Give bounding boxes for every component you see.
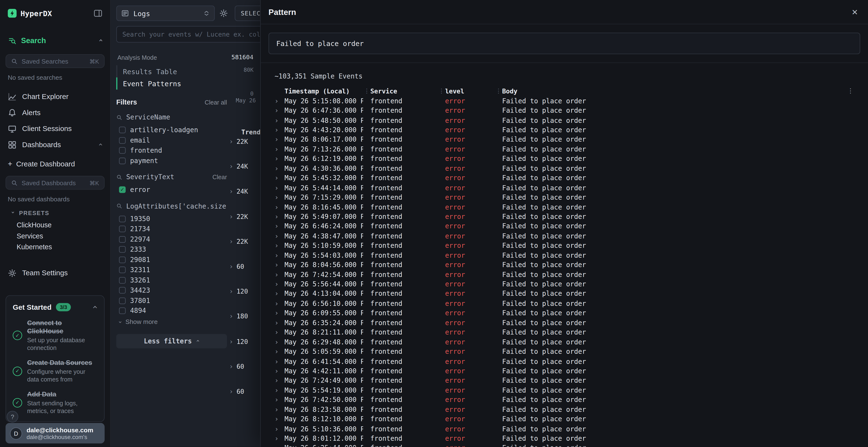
checkbox[interactable] — [119, 287, 126, 294]
filter-option[interactable]: 4894 — [116, 306, 227, 316]
table-row[interactable]: ›May 26 4:30:36.000 PMfrontenderrorFaile… — [261, 164, 868, 173]
checkbox[interactable] — [119, 298, 126, 304]
table-row[interactable]: ›May 26 5:54:03.000 PMfrontenderrorFaile… — [261, 250, 868, 260]
row-expand-icon[interactable]: › — [275, 425, 284, 433]
checkbox[interactable] — [119, 256, 126, 263]
filter-option[interactable]: 33261 — [116, 275, 227, 285]
table-row[interactable]: ›May 26 8:01:12.000 PMfrontenderrorFaile… — [261, 434, 868, 443]
expand-icon[interactable]: › — [229, 287, 234, 297]
col-header-service[interactable]: Service — [370, 87, 438, 95]
get-started-header[interactable]: Get Started 3/3 › — [13, 302, 97, 313]
table-row[interactable]: ›May 26 8:04:56.000 PMfrontenderrorFaile… — [261, 260, 868, 270]
pattern-row[interactable]: ›180 — [229, 312, 260, 337]
chevron-up-icon[interactable]: › — [96, 142, 104, 147]
table-row[interactable]: ›May 26 4:13:04.000 PMfrontenderrorFaile… — [261, 289, 868, 299]
row-expand-icon[interactable]: › — [275, 435, 284, 442]
row-expand-icon[interactable]: › — [275, 319, 284, 326]
column-separator[interactable]: ⋮ — [495, 88, 502, 95]
row-expand-icon[interactable]: › — [275, 290, 284, 298]
row-expand-icon[interactable]: › — [275, 444, 284, 447]
row-expand-icon[interactable]: › — [275, 357, 284, 365]
sidebar-item-chart-explorer[interactable]: Chart Explorer — [0, 89, 110, 105]
table-row[interactable]: ›May 26 7:24:49.000 PMfrontenderrorFaile… — [261, 376, 868, 385]
row-expand-icon[interactable]: › — [275, 184, 284, 192]
show-more-toggle[interactable]: › Show more — [116, 318, 227, 325]
checkbox[interactable] — [119, 226, 126, 232]
expand-icon[interactable]: › — [229, 362, 234, 371]
checkbox[interactable] — [119, 246, 126, 253]
table-row[interactable]: ›May 26 6:46:24.000 PMfrontenderrorFaile… — [261, 221, 868, 231]
checkbox[interactable] — [119, 308, 126, 314]
filter-option[interactable]: 19350 — [116, 214, 227, 224]
pattern-row[interactable]: ›60 — [229, 362, 260, 387]
source-settings-button[interactable] — [219, 9, 228, 18]
filter-option[interactable]: 29081 — [116, 254, 227, 265]
table-row[interactable]: ›May 26 5:56:44.000 PMfrontenderrorFaile… — [261, 279, 868, 289]
row-expand-icon[interactable]: › — [275, 251, 284, 259]
chevron-up-icon[interactable]: › — [89, 304, 100, 310]
column-separator[interactable]: ⋮ — [438, 88, 445, 95]
row-expand-icon[interactable]: › — [275, 222, 284, 230]
pattern-row[interactable]: ›24K — [229, 187, 260, 212]
filter-option[interactable]: 21734 — [116, 224, 227, 234]
expand-icon[interactable]: › — [229, 162, 234, 171]
table-row[interactable]: ›May 26 7:42:54.000 PMfrontenderrorFaile… — [261, 270, 868, 279]
pattern-row[interactable]: ›60 — [229, 262, 260, 287]
checkbox[interactable] — [119, 158, 126, 164]
col-header-level[interactable]: level — [445, 87, 495, 95]
table-row[interactable]: ›May 26 7:15:29.000 PMfrontenderrorFaile… — [261, 193, 868, 202]
table-row[interactable]: ›May 26 6:35:24.000 PMfrontenderrorFaile… — [261, 318, 868, 328]
table-row[interactable]: ›May 26 5:10:59.000 PMfrontenderrorFaile… — [261, 241, 868, 250]
row-expand-icon[interactable]: › — [275, 165, 284, 172]
checkbox[interactable] — [119, 215, 126, 222]
expand-icon[interactable]: › — [229, 137, 234, 146]
sql-select-button[interactable]: SELECT — [235, 5, 260, 21]
row-expand-icon[interactable]: › — [275, 415, 284, 423]
get-started-item[interactable]: ✓ Connect to ClickHouse Set up your data… — [13, 319, 97, 352]
checkbox[interactable] — [119, 267, 126, 273]
row-expand-icon[interactable]: › — [275, 280, 284, 288]
table-row[interactable]: ›May 26 4:43:20.000 PMfrontenderrorFaile… — [261, 125, 868, 135]
app-logo[interactable]: HyperDX — [8, 9, 52, 18]
pattern-row[interactable]: ›22K — [229, 137, 260, 162]
help-button[interactable]: ? — [7, 411, 18, 422]
saved-searches-input[interactable]: Saved Searches ⌘K — [5, 54, 105, 68]
row-expand-icon[interactable]: › — [275, 136, 284, 143]
row-expand-icon[interactable]: › — [275, 300, 284, 307]
expand-icon[interactable]: › — [229, 337, 234, 346]
table-row[interactable]: ›May 26 5:10:36.000 PMfrontenderrorFaile… — [261, 424, 868, 434]
col-header-timestamp[interactable]: Timestamp (Local) — [284, 87, 363, 95]
table-row[interactable]: ›May 26 6:47:36.000 PMfrontenderrorFaile… — [261, 106, 868, 115]
col-header-body[interactable]: Body — [502, 87, 868, 95]
table-options-icon[interactable]: ⋮ — [847, 87, 854, 94]
checkbox[interactable] — [119, 127, 126, 133]
row-expand-icon[interactable]: › — [275, 107, 284, 114]
row-expand-icon[interactable]: › — [275, 348, 284, 355]
filter-option[interactable]: 32311 — [116, 265, 227, 275]
row-expand-icon[interactable]: › — [275, 116, 284, 124]
pattern-row[interactable]: ›22K — [229, 237, 260, 262]
get-started-item[interactable]: ✓ Add Data Start sending logs, metrics, … — [13, 390, 97, 415]
checkbox[interactable] — [119, 236, 126, 243]
saved-dashboards-input[interactable]: Saved Dashboards ⌘K — [5, 176, 105, 190]
table-row[interactable]: ›May 26 5:54:19.000 PMfrontenderrorFaile… — [261, 386, 868, 395]
row-expand-icon[interactable]: › — [275, 386, 284, 394]
table-row[interactable]: ›May 26 6:56:10.000 PMfrontenderrorFaile… — [261, 299, 868, 308]
expand-icon[interactable]: › — [229, 262, 234, 271]
table-row[interactable]: ›May 26 8:16:45.000 PMfrontenderrorFaile… — [261, 202, 868, 212]
table-row[interactable]: ›May 26 8:21:11.000 PMfrontenderrorFaile… — [261, 328, 868, 337]
row-expand-icon[interactable]: › — [275, 309, 284, 317]
checkbox[interactable] — [119, 277, 126, 284]
filter-option[interactable]: payment — [116, 156, 227, 166]
source-select[interactable]: Logs — [116, 5, 215, 21]
table-row[interactable]: ›May 26 5:15:08.000 PMfrontenderrorFaile… — [261, 96, 868, 106]
table-row[interactable]: ›May 26 5:44:14.000 PMfrontenderrorFaile… — [261, 183, 868, 193]
preset-item-services[interactable]: Services — [0, 231, 110, 242]
row-expand-icon[interactable]: › — [275, 396, 284, 404]
row-expand-icon[interactable]: › — [275, 406, 284, 414]
preset-item-clickhouse[interactable]: ClickHouse — [0, 219, 110, 231]
mode-results-table[interactable]: Results Table — [116, 65, 227, 77]
row-expand-icon[interactable]: › — [275, 271, 284, 278]
table-row[interactable]: ›May 26 8:06:17.000 PMfrontenderrorFaile… — [261, 135, 868, 144]
row-expand-icon[interactable]: › — [275, 203, 284, 211]
